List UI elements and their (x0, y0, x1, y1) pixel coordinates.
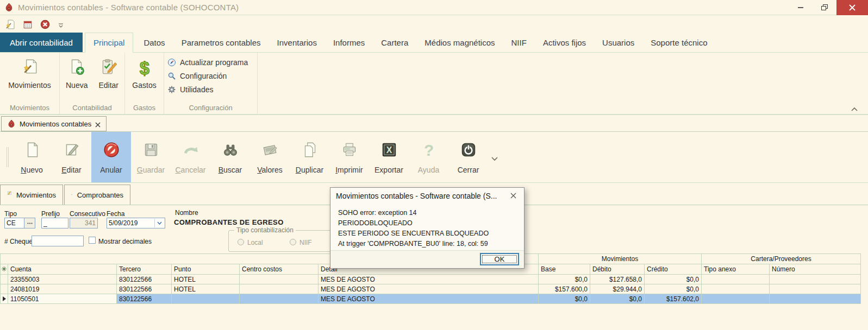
tipo-browse-button[interactable] (24, 218, 35, 229)
toolbar-button-ayuda[interactable]: ? Ayuda (409, 132, 448, 182)
toolbar-button-imprimir[interactable]: Imprimir (329, 132, 369, 182)
toolbar-overflow-icon[interactable] (58, 21, 64, 28)
ribbon-collapse-icon[interactable] (851, 104, 858, 110)
toolbar-button-cancelar[interactable]: Cancelar (171, 132, 210, 182)
cell-debito[interactable]: $0,0 (590, 294, 645, 304)
cell-centro-costos[interactable] (240, 294, 319, 304)
toolbar-button-nuevo[interactable]: Nuevo (12, 132, 52, 182)
ribbon-button-configuracion[interactable]: Configuración (167, 72, 227, 80)
cell-numero[interactable] (770, 294, 861, 304)
niif-radio[interactable] (290, 239, 296, 245)
column-header-debito[interactable]: Débito (590, 264, 645, 275)
column-header-credito[interactable]: Crédito (645, 264, 702, 275)
table-row[interactable]: 24081019 830122566 HOTEL MES DE AGOSTO $… (1, 284, 861, 294)
ribbon-button-editar[interactable]: Editar (94, 55, 123, 91)
ribbon-button-gastos[interactable]: $ Gastos (128, 55, 160, 91)
menu-tab-datos[interactable]: Datos (135, 33, 173, 52)
cell-numero[interactable] (770, 284, 861, 294)
menu-tab-usuarios[interactable]: Usuarios (594, 33, 642, 52)
toolbar-button-guardar[interactable]: Guardar (131, 132, 171, 182)
toolbar-more-chevron-icon[interactable] (491, 154, 498, 158)
toolbar-button-valores[interactable]: Valores (250, 132, 290, 182)
menu-tab-parametros-contables[interactable]: Parametros contables (173, 33, 269, 52)
cell-base[interactable]: $157.600,0 (539, 284, 590, 294)
cell-punto[interactable] (172, 294, 240, 304)
cell-credito[interactable]: $0,0 (645, 284, 702, 294)
tipo-input[interactable]: CE (4, 218, 24, 229)
cell-detalle[interactable]: MES DE AGOSTO (319, 284, 539, 294)
cancel-circle-icon[interactable] (40, 20, 50, 29)
ok-button[interactable]: OK (480, 253, 519, 265)
document-tab-close-icon[interactable] (95, 121, 101, 126)
toolbar-grip[interactable] (7, 147, 9, 167)
close-button[interactable] (836, 0, 868, 15)
cell-punto[interactable]: HOTEL (172, 275, 240, 284)
prefijo-input[interactable]: _ (41, 218, 68, 229)
minimize-button[interactable] (789, 0, 813, 15)
cell-cuenta[interactable]: 23355003 (8, 275, 117, 284)
dialog-close-icon[interactable] (502, 188, 524, 204)
row-selector[interactable] (1, 284, 8, 294)
toolbar-button-cerrar[interactable]: Cerrar (448, 132, 488, 182)
menu-tab-informes[interactable]: Informes (325, 33, 373, 52)
column-header-cuenta[interactable]: Cuenta (8, 264, 117, 275)
app-menu-button[interactable]: Abrir contabilidad (0, 33, 83, 52)
ribbon-button-nueva[interactable]: Nueva (61, 55, 92, 91)
current-row-indicator[interactable] (1, 294, 8, 304)
menu-tab-cartera[interactable]: Cartera (373, 33, 416, 52)
cell-tipo-anexo[interactable] (702, 284, 770, 294)
column-header-numero[interactable]: Número (770, 264, 861, 275)
fecha-dropdown-icon[interactable] (154, 219, 164, 227)
cell-tipo-anexo[interactable] (702, 275, 770, 284)
menu-tab-medios-magneticos[interactable]: Médios magnéticos (416, 33, 503, 52)
new-entry-wand-icon[interactable] (5, 20, 15, 29)
subtab-comprobantes[interactable]: Comprobantes (64, 185, 130, 205)
toolbar-button-exportar[interactable]: X Exportar (369, 132, 409, 182)
cell-base[interactable]: $0,0 (539, 275, 590, 284)
menu-tab-soporte-tecnico[interactable]: Soporte técnico (642, 33, 715, 52)
calendar-icon[interactable] (23, 20, 33, 29)
column-header-tipo-anexo[interactable]: Tipo anexo (702, 264, 770, 275)
cell-tercero[interactable]: 830122566 (117, 275, 172, 284)
toolbar-button-editar[interactable]: Editar (52, 132, 91, 182)
restore-button[interactable] (813, 0, 836, 15)
cell-base[interactable]: $0,0 (539, 294, 590, 304)
cell-tipo-anexo[interactable] (702, 294, 770, 304)
cell-cuenta[interactable]: 11050501 (8, 294, 117, 304)
cell-credito[interactable]: $157.602,0 (645, 294, 702, 304)
toolbar-button-anular[interactable]: Anular (91, 132, 131, 182)
subtab-movimientos[interactable]: Movimientos (0, 185, 63, 205)
menu-tab-inventarios[interactable]: Inventarios (269, 33, 325, 52)
mostrar-decimales-checkbox[interactable] (89, 237, 96, 244)
cell-tercero[interactable]: 830122566 (117, 284, 172, 294)
fecha-input[interactable]: 5/09/2019 (107, 218, 165, 229)
column-header-tercero[interactable]: Tercero (117, 264, 172, 275)
toolbar-button-buscar[interactable]: Buscar (210, 132, 250, 182)
cell-centro-costos[interactable] (240, 284, 319, 294)
menu-tab-principal[interactable]: Principal (85, 33, 134, 53)
cell-cuenta[interactable]: 24081019 (8, 284, 117, 294)
column-header-centro-costos[interactable]: Centro costos (240, 264, 319, 275)
column-header-base[interactable]: Base (539, 264, 590, 275)
cell-detalle[interactable]: MES DE AGOSTO (319, 275, 539, 284)
cell-tercero[interactable]: 830122566 (117, 294, 172, 304)
cell-credito[interactable]: $0,0 (645, 275, 702, 284)
cell-punto[interactable]: HOTEL (172, 284, 240, 294)
ribbon-button-utilidades[interactable]: Utilidades (167, 85, 213, 94)
ribbon-button-actualizar-programa[interactable]: Actualizar programa (167, 58, 248, 67)
toolbar-button-duplicar[interactable]: Duplicar (290, 132, 329, 182)
cell-debito[interactable]: $127.658,0 (590, 275, 645, 284)
menu-tab-niif[interactable]: NIIF (503, 33, 535, 52)
table-row[interactable]: 23355003 830122566 HOTEL MES DE AGOSTO $… (1, 275, 861, 284)
table-row[interactable]: 11050501 830122566 MES DE AGOSTO $0,0 $0… (1, 294, 861, 304)
cell-debito[interactable]: $29.944,0 (590, 284, 645, 294)
row-selector[interactable] (1, 275, 8, 284)
cell-detalle[interactable]: MES DE AGOSTO (319, 294, 539, 304)
cell-numero[interactable] (770, 275, 861, 284)
local-radio[interactable] (238, 239, 244, 245)
menu-tab-activos-fijos[interactable]: Activos fijos (535, 33, 594, 52)
document-tab-movimientos-contables[interactable]: Movimientos contables (1, 116, 107, 131)
cheque-input[interactable] (32, 236, 84, 246)
ribbon-button-movimientos[interactable]: Movimientos (4, 55, 55, 91)
column-header-punto[interactable]: Punto (172, 264, 240, 275)
